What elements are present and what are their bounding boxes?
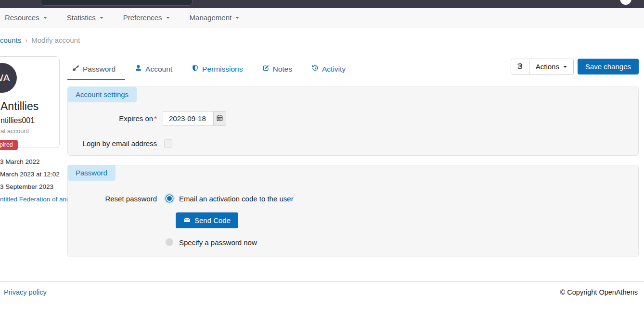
top-app-bar bbox=[0, 0, 644, 8]
reset-password-label: Reset password bbox=[68, 195, 157, 203]
privacy-policy-link[interactable]: Privacy policy bbox=[4, 288, 47, 310]
tab-notes[interactable]: Notes bbox=[253, 58, 302, 80]
delete-account-button[interactable] bbox=[511, 59, 529, 74]
main-navbar: Resources Statistics Preferences Managem… bbox=[0, 8, 644, 27]
specify-password-radio[interactable] bbox=[164, 237, 175, 248]
secondary-button-group: Actions bbox=[511, 59, 574, 74]
shield-icon bbox=[192, 64, 199, 74]
expires-date-input[interactable] bbox=[163, 111, 213, 126]
page-footer: Privacy policy © Copyright OpenAthens bbox=[0, 281, 644, 310]
required-mark: * bbox=[154, 114, 157, 123]
caret-down-icon bbox=[235, 17, 239, 19]
tab-label: Permissions bbox=[202, 65, 243, 74]
avatar-initials: WA bbox=[0, 72, 10, 84]
panel-title: Account settings bbox=[67, 87, 137, 102]
page-toolbar: Actions Save changes bbox=[511, 59, 639, 74]
specify-password-row: Specify a password now bbox=[68, 237, 638, 248]
tab-password[interactable]: Password bbox=[67, 58, 125, 80]
breadcrumb-current: Modify account bbox=[31, 36, 80, 44]
email-code-option-label: Email an activation code to the user bbox=[179, 195, 294, 203]
caret-down-icon bbox=[166, 17, 170, 19]
key-icon bbox=[72, 64, 79, 74]
caret-down-icon bbox=[100, 17, 103, 19]
send-code-button[interactable]: Send Code bbox=[176, 212, 238, 228]
reset-password-row: Reset password Email an activation code … bbox=[68, 193, 638, 204]
edit-note-icon bbox=[262, 64, 270, 74]
login-by-email-label: Login by email address bbox=[68, 139, 157, 148]
email-code-radio[interactable] bbox=[164, 193, 175, 204]
account-username: ntillies001 bbox=[0, 116, 59, 125]
nav-item-preferences[interactable]: Preferences bbox=[123, 13, 170, 22]
nav-item-management[interactable]: Management bbox=[190, 13, 240, 22]
send-code-row: Send Code bbox=[176, 212, 638, 228]
tabs-bar: Password Account Permissions Notes Activ… bbox=[67, 56, 639, 80]
meta-created-date: 3 March 2022 bbox=[0, 158, 60, 165]
calendar-icon bbox=[216, 114, 223, 123]
expires-on-label: Expires on* bbox=[68, 114, 157, 123]
copyright-text: © Copyright OpenAthens bbox=[560, 288, 638, 310]
panel-title: Password bbox=[67, 165, 116, 181]
meta-modified-date: March 2023 at 12:02 bbox=[0, 171, 60, 178]
password-panel: Password Reset password Email an activat… bbox=[67, 165, 639, 257]
tab-activity[interactable]: Activity bbox=[302, 58, 355, 80]
expires-date-group bbox=[163, 111, 226, 126]
meta-expires-date: 3 September 2023 bbox=[0, 183, 60, 190]
history-icon bbox=[311, 64, 319, 74]
actions-label: Actions bbox=[536, 62, 559, 71]
caret-down-icon bbox=[43, 17, 47, 19]
envelope-icon bbox=[183, 216, 191, 225]
tab-label: Account bbox=[145, 65, 172, 74]
specify-password-option-label: Specify a password now bbox=[179, 238, 257, 247]
nav-item-label: Preferences bbox=[123, 13, 162, 22]
expires-on-row: Expires on* bbox=[68, 111, 638, 126]
account-settings-panel: Account settings Expires on* Login by em… bbox=[67, 87, 639, 156]
nav-item-resources[interactable]: Resources bbox=[5, 13, 47, 22]
breadcrumb: counts › Modify account bbox=[0, 36, 80, 44]
tab-label: Activity bbox=[322, 65, 346, 74]
login-by-email-row: Login by email address bbox=[68, 139, 638, 148]
breadcrumb-separator: › bbox=[25, 36, 27, 44]
account-name: Antillies bbox=[0, 100, 59, 113]
tab-label: Password bbox=[83, 65, 116, 74]
tab-label: Notes bbox=[273, 65, 293, 74]
account-meta: 3 March 2022 March 2023 at 12:02 3 Septe… bbox=[0, 158, 60, 209]
organisation-link[interactable]: ntitled Federation of anets bbox=[0, 196, 60, 203]
status-badge: pired bbox=[0, 140, 18, 150]
main-content: Password Account Permissions Notes Activ… bbox=[67, 56, 639, 257]
tab-account[interactable]: Account bbox=[125, 58, 182, 80]
nav-item-statistics[interactable]: Statistics bbox=[67, 13, 103, 22]
nav-item-label: Resources bbox=[5, 13, 39, 22]
tab-permissions[interactable]: Permissions bbox=[182, 58, 252, 80]
save-changes-button[interactable]: Save changes bbox=[578, 59, 639, 74]
nav-item-label: Statistics bbox=[67, 13, 96, 22]
nav-item-label: Management bbox=[190, 13, 232, 22]
account-profile-card: WA Antillies ntillies001 al account pire… bbox=[0, 56, 60, 148]
caret-down-icon bbox=[563, 66, 567, 68]
user-icon bbox=[135, 64, 142, 74]
search-input[interactable] bbox=[41, 0, 193, 6]
avatar: WA bbox=[0, 63, 17, 93]
actions-dropdown-button[interactable]: Actions bbox=[529, 59, 573, 74]
account-type: al account bbox=[0, 127, 59, 135]
calendar-picker-button[interactable] bbox=[213, 111, 226, 126]
breadcrumb-accounts-link[interactable]: counts bbox=[0, 36, 21, 44]
login-by-email-checkbox[interactable] bbox=[164, 139, 172, 148]
trash-icon bbox=[516, 62, 524, 71]
user-avatar[interactable] bbox=[620, 0, 631, 5]
